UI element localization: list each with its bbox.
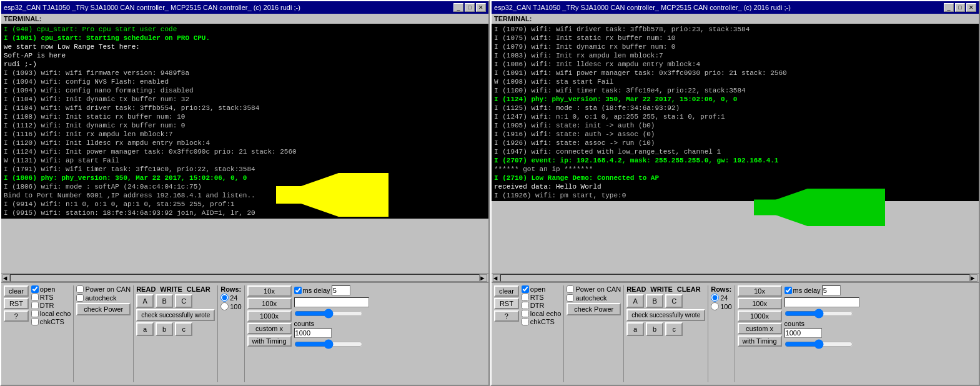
right-clear-button[interactable]: clear [494,285,519,297]
right-ms-delay-input[interactable] [822,285,841,295]
left-rts-label: RTS [40,294,54,301]
left-btn-B[interactable]: B [156,294,173,308]
right-terminal-scrollbar[interactable]: ◄ ► [492,273,979,282]
left-dtr-checkbox[interactable] [31,302,39,309]
right-btn-C[interactable]: C [665,294,683,308]
left-counts-row: counts [294,320,369,338]
right-with-timing-button[interactable]: with Timing [738,335,782,347]
right-10x-button[interactable]: 10x [738,285,782,297]
left-terminal[interactable]: I (940) cpu_start: Pro cpu start user co… [1,24,488,219]
left-close-btn[interactable]: ✕ [476,3,486,12]
right-btn-B[interactable]: B [646,294,663,308]
right-check-wrote-button[interactable]: check successfully wrote [626,309,705,321]
left-local-echo-checkbox[interactable] [31,310,39,317]
left-rst-button[interactable]: RST [4,298,29,309]
right-100x-button[interactable]: 100x [738,298,782,309]
left-h-scrollbar[interactable] [10,274,480,282]
left-write-label: WRITE [160,285,182,293]
left-ms-delay-checkbox[interactable] [294,287,302,294]
right-rows-24-radio[interactable] [711,294,719,302]
right-btn-c[interactable]: c [665,322,683,336]
left-chkcts-checkbox[interactable] [31,318,39,325]
left-with-timing-button[interactable]: with Timing [247,335,292,347]
left-rts-checkbox[interactable] [31,294,39,301]
right-1000x-button[interactable]: 1000x [738,310,782,322]
left-btn-c[interactable]: c [175,322,192,336]
right-question-button[interactable]: ? [494,310,519,322]
left-btn-a[interactable]: a [136,322,154,336]
left-power-on-can-row: Power on CAN [76,285,131,293]
right-counts-slider[interactable] [784,340,853,349]
left-100x-button[interactable]: 100x [247,298,292,309]
right-chkcts-checkbox[interactable] [522,318,529,325]
left-btn-C[interactable]: C [175,294,192,308]
left-minimize-btn[interactable]: _ [453,3,463,12]
left-rows-100-radio[interactable] [220,302,229,310]
right-ctrl-col-2: open RTS DTR local echo chkCTS [522,285,562,382]
left-abc-lower-row: a b c [136,322,215,336]
left-ctrl-col-7: ms delay counts [294,285,369,382]
left-check-wrote-button[interactable]: check successfully wrote [136,309,215,321]
left-clear-button[interactable]: clear [4,285,29,297]
left-ctrl-col-2: open RTS DTR local echo chkCTS [31,285,71,382]
left-open-checkbox[interactable] [31,285,39,293]
left-1000x-button[interactable]: 1000x [247,310,292,322]
right-rst-button[interactable]: RST [494,298,519,309]
right-autocheck-checkbox[interactable] [567,294,574,302]
right-open-checkbox[interactable] [522,285,529,293]
right-scroll-right-btn[interactable]: ► [970,274,978,282]
left-custom-x-button[interactable]: custom x [247,323,292,334]
right-ms-delay-checkbox[interactable] [784,287,792,294]
left-autocheck-row: autocheck [76,294,131,302]
right-dtr-checkbox[interactable] [522,302,529,309]
right-btn-b[interactable]: b [646,322,663,336]
right-btn-a[interactable]: a [626,322,644,336]
right-minimize-btn[interactable]: _ [944,3,954,12]
left-counts-slider[interactable] [294,340,363,349]
right-local-echo-checkbox[interactable] [522,310,529,317]
left-autocheck-checkbox[interactable] [76,294,84,302]
left-divider-1 [73,285,74,382]
right-divider-3 [708,285,708,382]
left-rows-24-radio[interactable] [220,294,229,302]
right-rows-100-radio[interactable] [711,302,719,310]
right-abc-row: A B C [626,294,705,308]
right-rts-row: RTS [522,294,562,301]
right-scroll-left-btn[interactable]: ◄ [493,274,500,282]
right-custom-x-button[interactable]: custom x [738,323,782,334]
right-power-on-can-checkbox[interactable] [567,285,574,293]
right-counts-input[interactable] [784,328,822,338]
right-h-scrollbar[interactable] [500,274,970,282]
left-power-on-can-label: Power on CAN [85,285,131,293]
left-slider[interactable] [294,309,363,318]
left-10x-button[interactable]: 10x [247,285,292,297]
left-maximize-btn[interactable]: □ [465,3,475,12]
right-slider[interactable] [784,309,853,318]
left-counts-label: counts [294,320,369,327]
left-btn-b[interactable]: b [156,322,173,336]
right-rts-checkbox[interactable] [522,294,529,301]
right-text-input[interactable] [784,297,859,307]
right-close-btn[interactable]: ✕ [966,3,976,12]
right-terminal[interactable]: I (1070) wifi: wifi driver task: 3ffbb57… [492,24,979,201]
right-btn-A[interactable]: A [626,294,644,308]
right-divider-1 [563,285,564,382]
left-btn-A[interactable]: A [136,294,154,308]
left-ms-delay-input[interactable] [332,285,350,295]
right-rts-label: RTS [530,294,544,301]
right-write-label: WRITE [650,285,672,293]
left-scroll-right-btn[interactable]: ► [480,274,487,282]
left-check-power-button[interactable]: check Power [76,303,131,315]
right-autocheck-label: autocheck [575,294,606,302]
left-rows-24-row: 24 [220,294,241,302]
right-check-power-button[interactable]: check Power [567,303,621,315]
right-maximize-btn[interactable]: □ [955,3,965,12]
right-local-echo-row: local echo [522,310,562,317]
left-terminal-scrollbar[interactable]: ◄ ► [1,273,488,282]
right-rw-header-row: READ WRITE CLEAR [626,285,705,293]
left-text-input[interactable] [294,297,369,307]
left-power-on-can-checkbox[interactable] [76,285,84,293]
left-scroll-left-btn[interactable]: ◄ [2,274,10,282]
left-counts-input[interactable] [294,328,332,338]
left-question-button[interactable]: ? [4,310,29,322]
